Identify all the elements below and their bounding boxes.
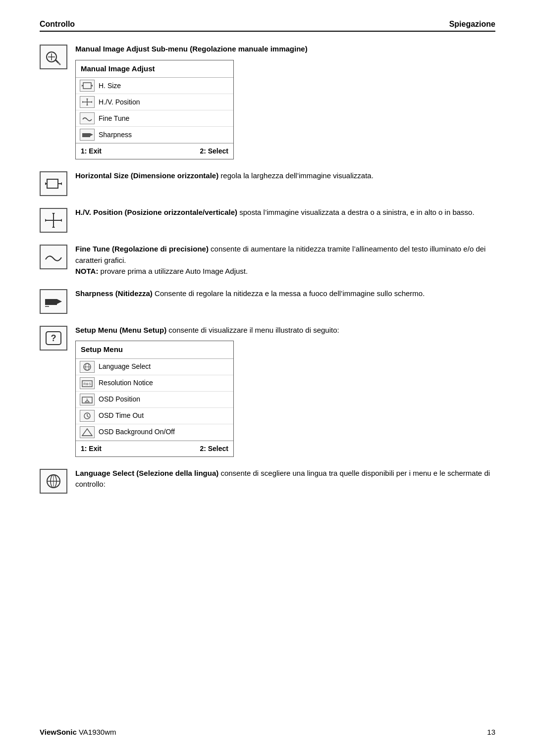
manual-image-adjust-icon — [40, 45, 67, 69]
section-manual-image-adjust: Manual Image Adjust Sub-menu (Regolazion… — [40, 44, 495, 159]
svg-marker-17 — [90, 133, 93, 136]
manual-image-adjust-submenu: Manual Image Adjust H. Size — [75, 60, 234, 160]
sharpness-body: Consente di regolare la nitidezza e la m… — [153, 289, 425, 298]
setup-menu-submenu: Setup Menu Language Select R⊕S — [75, 341, 234, 457]
page-header: Controllo Spiegazione — [40, 20, 495, 32]
submenu-footer-select-mia: 2: Select — [200, 146, 228, 156]
submenu-label-finetune: Fine Tune — [99, 113, 129, 124]
svg-text:b: b — [87, 398, 88, 401]
submenu-title-mia: Manual Image Adjust — [76, 60, 233, 78]
header-col1: Controllo — [40, 20, 75, 29]
submenu-label-osdbg: OSD Background On/Off — [99, 427, 175, 437]
section-fine-tune: Fine Tune (Regolazione di precisione) co… — [40, 244, 495, 277]
submenu-title-sm: Setup Menu — [76, 341, 233, 359]
osd-background-icon — [80, 426, 95, 438]
submenu-footer-sm: 1: Exit 2: Select — [76, 441, 233, 456]
horizontal-size-body: regola la larghezza dell’immagine visual… — [218, 171, 374, 180]
svg-marker-13 — [91, 101, 92, 103]
svg-line-44 — [87, 416, 89, 417]
submenu-row-osdbg: OSD Background On/Off — [76, 424, 233, 441]
svg-rect-5 — [83, 83, 91, 89]
submenu-footer-mia: 1: Exit 2: Select — [76, 143, 233, 159]
section-fine-tune-text: Fine Tune (Regolazione di precisione) co… — [75, 244, 495, 277]
submenu-footer-exit-sm: 1: Exit — [81, 444, 102, 454]
h-size-big-icon — [40, 171, 67, 196]
submenu-label-hsize: H. Size — [99, 81, 121, 91]
svg-rect-18 — [47, 179, 58, 188]
section-manual-image-adjust-text: Manual Image Adjust Sub-menu (Regolazion… — [75, 44, 495, 159]
svg-marker-3 — [55, 59, 59, 63]
svg-marker-26 — [60, 219, 62, 222]
svg-marker-22 — [60, 182, 62, 185]
sharpness-big-icon — [40, 289, 67, 314]
resolution-notice-icon: R⊕S — [80, 377, 95, 389]
submenu-footer-exit-mia: 1: Exit — [81, 146, 102, 156]
fine-tune-nota-text: provare prima a utilizzare Auto Image Ad… — [98, 267, 248, 275]
footer-model: VA1930wm — [79, 728, 116, 736]
svg-marker-45 — [82, 429, 92, 436]
submenu-label-hvpos: H./V. Position — [99, 97, 140, 107]
section-sharpness: Sharpness (Nitidezza) Consente di regola… — [40, 288, 495, 314]
svg-marker-28 — [52, 226, 55, 228]
svg-marker-25 — [45, 219, 47, 222]
submenu-row-osdpos: b OSD Position — [76, 392, 233, 408]
submenu-label-osdtimeout: OSD Time Out — [99, 410, 144, 421]
hv-position-big-icon — [40, 208, 67, 233]
section-hv-position: H./V. Position (Posizione orizzontale/ve… — [40, 207, 495, 233]
submenu-row-osdtimeout: OSD Time Out — [76, 408, 233, 424]
submenu-row-hvpos: H./V. Position — [76, 94, 233, 110]
section-sharpness-text: Sharpness (Nitidezza) Consente di regola… — [75, 288, 495, 300]
hv-position-body: sposta l’immagine visualizzata a destra … — [237, 208, 475, 216]
setup-menu-icon: ? — [40, 326, 67, 351]
fine-tune-nota-label: NOTA: — [75, 267, 98, 275]
section-setup-menu-text: Setup Menu (Menu Setup) consente di visu… — [75, 325, 495, 457]
svg-text:R⊕S: R⊕S — [83, 382, 91, 386]
section-hv-position-text: H./V. Position (Posizione orizzontale/ve… — [75, 207, 495, 218]
fine-tune-big-icon — [40, 245, 67, 269]
submenu-label-sharpness: Sharpness — [99, 130, 132, 140]
h-size-icon — [80, 80, 95, 92]
osd-timeout-icon — [80, 410, 95, 422]
hv-position-title: H./V. Position (Posizione orizzontale/ve… — [75, 208, 237, 216]
language-select-title: Language Select (Selezione della lingua) — [75, 469, 218, 477]
manual-image-adjust-svg — [44, 49, 63, 65]
language-select-icon — [80, 361, 95, 373]
footer-brand: ViewSonic — [40, 728, 77, 736]
page-footer: ViewSonic VA1930wm 13 — [40, 728, 495, 736]
sharpness-small-icon — [80, 129, 95, 141]
submenu-label-resnotice: Resolution Notice — [99, 378, 153, 388]
submenu-label-langselect: Language Select — [99, 361, 151, 372]
submenu-label-osdpos: OSD Position — [99, 394, 140, 404]
svg-marker-12 — [82, 101, 84, 103]
svg-marker-30 — [57, 299, 62, 304]
submenu-row-resnotice: R⊕S Resolution Notice — [76, 375, 233, 392]
language-select-big-icon — [40, 469, 67, 494]
svg-marker-14 — [86, 99, 88, 100]
fine-tune-title: Fine Tune (Regolazione di precisione) — [75, 245, 209, 253]
footer-brand-model: ViewSonic VA1930wm — [40, 728, 116, 736]
section-language-select: Language Select (Selezione della lingua)… — [40, 468, 495, 494]
horizontal-size-title: Horizontal Size (Dimensione orizzontale) — [75, 171, 218, 180]
hv-position-icon — [80, 96, 95, 108]
submenu-row-langselect: Language Select — [76, 359, 233, 375]
svg-text:?: ? — [51, 333, 56, 343]
submenu-row-sharpness: Sharpness — [76, 127, 233, 143]
section-horizontal-size-text: Horizontal Size (Dimensione orizzontale)… — [75, 170, 495, 182]
setup-menu-title: Setup Menu (Menu Setup) — [75, 326, 166, 334]
header-col2: Spiegazione — [449, 20, 495, 29]
submenu-row-finetune: Fine Tune — [76, 110, 233, 127]
section-setup-menu: ? Setup Menu (Menu Setup) consente di vi… — [40, 325, 495, 457]
submenu-row-hsize: H. Size — [76, 78, 233, 94]
section-horizontal-size: Horizontal Size (Dimensione orizzontale)… — [40, 170, 495, 196]
osd-position-icon: b — [80, 394, 95, 405]
sharpness-title: Sharpness (Nitidezza) — [75, 289, 153, 298]
manual-image-adjust-title: Manual Image Adjust Sub-menu (Regolazion… — [75, 45, 308, 53]
submenu-footer-select-sm: 2: Select — [200, 444, 228, 454]
svg-marker-15 — [86, 104, 88, 105]
footer-page-number: 13 — [487, 728, 495, 736]
section-language-select-text: Language Select (Selezione della lingua)… — [75, 468, 495, 490]
setup-menu-body: consente di visualizzare il menu illustr… — [166, 326, 339, 334]
svg-rect-16 — [82, 133, 90, 137]
fine-tune-icon — [80, 112, 95, 124]
svg-marker-27 — [52, 213, 55, 215]
